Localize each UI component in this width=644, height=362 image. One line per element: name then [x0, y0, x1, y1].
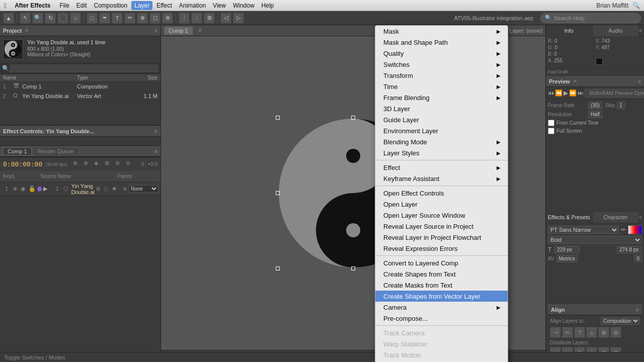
preview-close[interactable]: ✕ [573, 78, 577, 84]
handle-bl[interactable] [276, 266, 280, 270]
tl-tab-comp1[interactable]: Comp 1 [3, 147, 32, 155]
toolbar-eraser-tool[interactable]: ◻ [149, 13, 160, 24]
color-chips[interactable] [628, 225, 642, 234]
toolbar-rotate-tool[interactable]: ↻ [45, 13, 56, 24]
sw-2[interactable]: ◻ [104, 186, 111, 192]
info-menu[interactable]: ≡ [639, 28, 642, 33]
resolution-val[interactable]: Half [588, 111, 602, 118]
align-center-v-btn[interactable]: ⊞ [598, 327, 609, 338]
menu-search-icon[interactable]: 🔍 [632, 2, 640, 9]
sw-1[interactable]: ⊞ [96, 186, 103, 192]
ctx-item-mask-shape-path[interactable]: Mask and Shape Path▶ [375, 37, 508, 48]
prev-btn-fwd-frame[interactable]: ⏩ [569, 88, 577, 98]
ctx-item-transform[interactable]: Transform▶ [375, 70, 508, 81]
layer-vis-icon[interactable]: 👁 [13, 186, 19, 192]
ctx-item-layer-styles[interactable]: Layer Styles▶ [375, 147, 508, 158]
toolbar-align-right[interactable]: ⋮ [191, 13, 202, 24]
toolbar-orbit-tool[interactable]: ○ [70, 13, 81, 24]
menu-effect[interactable]: Effect [153, 1, 175, 10]
layer-expand[interactable]: ▶ [43, 186, 50, 192]
align-center-h-btn[interactable]: ⊢ [562, 327, 573, 338]
ctx-item-guide-layer[interactable]: Guide Layer [375, 114, 508, 125]
tab-audio[interactable]: Audio [593, 25, 639, 36]
toolbar-camera-tool[interactable]: 🎥 [57, 13, 68, 24]
ctx-item-quality[interactable]: Quality▶ [375, 48, 508, 59]
tl-btn-4[interactable]: ⊞ [105, 160, 114, 169]
prev-btn-play[interactable]: ▶ [564, 88, 568, 98]
effects-menu[interactable]: ≡ [639, 215, 642, 220]
align-bottom-btn[interactable]: ⊟ [610, 327, 621, 338]
layer-solo-icon[interactable]: ◉ [21, 186, 27, 192]
tab-character[interactable]: Character [593, 212, 639, 223]
toolbar-select-tool[interactable]: ↖ [20, 13, 31, 24]
handle-tm[interactable] [351, 116, 355, 120]
toolbar-arrow-tool[interactable]: ▲ [3, 13, 14, 24]
ctx-item-blending-mode[interactable]: Blending Mode▶ [375, 136, 508, 147]
font-size-val[interactable]: 229 px [554, 246, 580, 253]
ctx-item-open-effect-controls[interactable]: Open Effect Controls [375, 188, 508, 199]
menu-file[interactable]: File [56, 1, 72, 10]
align-top-btn[interactable]: ⊥ [586, 327, 597, 338]
tl-btn-5[interactable]: ⊛ [115, 160, 124, 169]
apple-menu[interactable]:  [4, 2, 7, 10]
file-row-yinyang[interactable]: 2 ⬡ Yin Yang Double.ai Vector Art 1.1 M [0, 92, 160, 101]
menu-window[interactable]: Window [230, 1, 258, 10]
toolbar-offset-motion-2[interactable]: ▷ [233, 13, 244, 24]
toolbar-zoom-tool[interactable]: 🔍 [32, 13, 43, 24]
layer-row-1[interactable]: 1 👁 ◉ 🔓 ▶ 1 ⬡ Yin Yang Double.ai ⊞ ◻ ✱ ⊗… [0, 182, 160, 196]
project-panel-close[interactable]: ✕ [25, 28, 29, 33]
framerate-val[interactable]: (30) [588, 102, 602, 109]
project-search-input[interactable] [10, 64, 158, 72]
preview-menu[interactable]: ≡ [638, 78, 641, 84]
ctx-item-pre-compose[interactable]: Pre-compose... [375, 313, 508, 324]
handle-tl[interactable] [276, 116, 280, 120]
search-help-box[interactable]: 🔍 Search Help [540, 13, 641, 23]
menu-animation[interactable]: Animation [176, 1, 209, 10]
handle-ml[interactable] [276, 191, 280, 195]
layer-lock-icon[interactable]: 🔓 [29, 186, 36, 192]
sw-3[interactable]: ✱ [112, 186, 119, 192]
ctx-item-keyframe-assistant[interactable]: Keyframe Assistant▶ [375, 173, 508, 184]
effect-controls-menu[interactable]: ≡ [154, 128, 157, 134]
toolbar-puppet-tool[interactable]: ⊛ [162, 13, 173, 24]
menu-layer[interactable]: Layer [131, 1, 152, 10]
ctx-item-create-masks-from-text[interactable]: Create Masks from Text [375, 280, 508, 291]
align-to-select[interactable]: Composition [601, 317, 640, 325]
ctx-item-open-layer-source-window[interactable]: Open Layer Source Window [375, 210, 508, 221]
parent-select[interactable]: None [128, 185, 158, 193]
metrics-val[interactable]: Metrics [556, 255, 578, 262]
prev-btn-back-frame[interactable]: ⏪ [555, 88, 562, 98]
ctx-item-reveal-expression-errors[interactable]: Reveal Expression Errors [375, 243, 508, 254]
toolbar-rect-tool[interactable]: □ [87, 13, 98, 24]
tl-btn-2[interactable]: ⊗ [84, 160, 93, 169]
tl-render-queue-tab[interactable]: Render Queue [34, 148, 78, 155]
menu-composition[interactable]: Composition [91, 1, 131, 10]
toolbar-stamp-tool[interactable]: ⊕ [137, 13, 148, 24]
toolbar-align-left[interactable]: ⋮ [179, 13, 190, 24]
ctx-item-environment-layer[interactable]: Environment Layer [375, 125, 508, 136]
ctx-item-camera[interactable]: Camera▶ [375, 302, 508, 313]
tl-btn-3[interactable]: ◈ [94, 160, 103, 169]
ctx-item-create-shapes-from-text[interactable]: Create Shapes from Text [375, 268, 508, 280]
font-weight-select[interactable]: Bold [548, 236, 642, 244]
ctx-item-effect[interactable]: Effect▶ [375, 162, 508, 173]
prev-btn-end[interactable]: ⏭ [578, 88, 584, 98]
comp-close[interactable]: ✕ [198, 27, 202, 34]
prev-btn-start[interactable]: ⏮ [548, 88, 554, 98]
ctx-item-reveal-layer-source[interactable]: Reveal Layer Source in Project [375, 221, 508, 232]
ctx-item-3d-layer[interactable]: 3D Layer [375, 103, 508, 114]
file-row-comp1[interactable]: 1 🎬 Comp 1 Composition [0, 82, 160, 92]
project-panel-menu[interactable]: ≡ [154, 28, 157, 34]
handle-bm[interactable] [351, 266, 355, 270]
tab-effects-presets[interactable]: Effects & Presets [546, 212, 593, 223]
av-val[interactable]: 0 [634, 255, 642, 262]
tab-info[interactable]: Info [546, 25, 593, 36]
ctx-item-time[interactable]: Time▶ [375, 81, 508, 92]
font-size-val2[interactable]: 274.8 px [617, 246, 642, 253]
from-current-checkbox[interactable] [548, 120, 554, 126]
toolbar-snap[interactable]: ⊞ [204, 13, 215, 24]
ctx-item-create-shapes-from-vector[interactable]: Create Shapes from Vector Layer [375, 291, 508, 302]
tl-btn-1[interactable]: ⊕ [73, 160, 82, 169]
ctx-item-switches[interactable]: Switches▶ [375, 59, 508, 70]
font-family-select[interactable]: PT Sans Narrow [548, 226, 619, 234]
